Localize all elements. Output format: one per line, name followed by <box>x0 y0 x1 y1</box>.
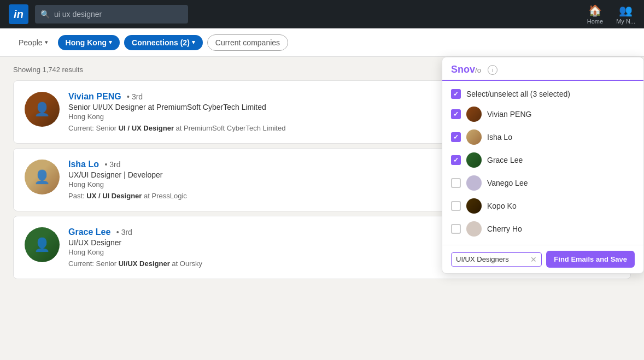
main-content: Showing 1,742 results 👤 Vivian PENG • 3r… <box>0 57 644 360</box>
clear-icon[interactable]: ✕ <box>530 255 537 264</box>
list-item-grace[interactable]: Grace Lee <box>442 149 643 172</box>
checkbox-isha[interactable] <box>451 132 461 142</box>
my-network-label: My N... <box>616 18 635 25</box>
checkbox-vivian[interactable] <box>451 109 461 119</box>
isha-degree: • 3rd <box>104 160 120 169</box>
home-icon: 🏠 <box>588 4 602 17</box>
vivian-current-bold: UI / UX Designer <box>119 124 174 132</box>
avatar-vivian: 👤 <box>25 92 60 127</box>
select-all-label: Select/unselect all (3 selected) <box>466 90 570 98</box>
isha-name[interactable]: Isha Lo <box>68 160 99 169</box>
people-filter[interactable]: People ▾ <box>13 35 54 50</box>
search-icon: 🔍 <box>40 10 50 19</box>
vivian-current-label: Current: <box>68 124 94 132</box>
home-label: Home <box>587 18 603 25</box>
snov-brand: Snov/o <box>451 64 481 75</box>
tag-input[interactable]: UI/UX Designers <box>456 255 530 263</box>
snov-brand-suffix: /o <box>475 66 481 74</box>
vivian-current-company: at PremiumSoft CyberTech Limited <box>176 124 286 132</box>
current-companies-filter[interactable]: Current companies <box>207 34 288 51</box>
grace-name[interactable]: Grace Lee <box>68 227 110 237</box>
mini-avatar-isha <box>466 129 482 145</box>
checkbox-grace[interactable] <box>451 155 461 165</box>
person-name-cherry: Cherry Ho <box>487 225 522 233</box>
tag-input-wrapper[interactable]: UI/UX Designers ✕ <box>451 252 542 267</box>
logo-text: in <box>14 8 24 21</box>
search-input[interactable]: ui ux designer <box>54 10 102 19</box>
people-chevron-icon: ▾ <box>45 39 48 46</box>
current-companies-label: Current companies <box>215 38 280 47</box>
list-item-vanego[interactable]: Vanego Lee <box>442 172 643 194</box>
person-name-vanego: Vanego Lee <box>487 179 528 187</box>
list-item-vivian[interactable]: Vivian PENG <box>442 103 643 126</box>
search-bar[interactable]: 🔍 ui ux designer <box>35 5 188 23</box>
hong-kong-filter[interactable]: Hong Kong ▾ <box>58 35 120 50</box>
mini-avatar-cherry <box>466 221 482 237</box>
list-item-isha[interactable]: Isha Lo <box>442 126 643 149</box>
avatar-grace: 👤 <box>25 227 60 262</box>
vivian-current-text: Senior <box>96 124 117 132</box>
snov-brand-name: Snov <box>451 64 475 75</box>
snov-header: Snov/o i <box>442 57 643 81</box>
checkbox-cherry[interactable] <box>451 224 461 234</box>
person-name-kopo: Kopo Ko <box>487 202 517 210</box>
mini-avatar-vanego <box>466 175 482 191</box>
mini-avatar-kopo <box>466 198 482 214</box>
isha-current-company: at PressLogic <box>144 192 187 200</box>
header: in 🔍 ui ux designer 🏠 Home 👥 My N... <box>0 0 644 28</box>
checkbox-kopo[interactable] <box>451 201 461 211</box>
isha-current-label: Past: <box>68 192 85 200</box>
info-icon[interactable]: i <box>488 65 497 75</box>
person-name-isha: Isha Lo <box>487 133 512 141</box>
grace-degree: • 3rd <box>116 228 132 237</box>
grace-current-text: Senior <box>96 259 117 268</box>
connections-filter[interactable]: Connections (2) ▾ <box>124 35 203 50</box>
list-item-cherry[interactable]: Cherry Ho <box>442 217 643 240</box>
snov-popup: Snov/o i Select/unselect all (3 selected… <box>442 57 644 274</box>
hong-kong-label: Hong Kong <box>66 38 107 47</box>
select-all-checkbox[interactable] <box>451 89 461 99</box>
list-item-kopo[interactable]: Kopo Ko <box>442 194 643 217</box>
isha-current-bold: UX / UI Designer <box>86 192 142 200</box>
people-label: People <box>19 38 43 47</box>
nav-home[interactable]: 🏠 Home <box>587 4 603 25</box>
linkedin-logo[interactable]: in <box>9 4 28 24</box>
header-nav: 🏠 Home 👥 My N... <box>587 4 635 25</box>
vivian-name[interactable]: Vivian PENG <box>68 92 121 101</box>
hong-kong-chevron-icon: ▾ <box>109 39 112 46</box>
vivian-degree: • 3rd <box>127 92 143 101</box>
checkbox-vanego[interactable] <box>451 178 461 188</box>
connections-label: Connections (2) <box>132 38 190 47</box>
nav-my-network[interactable]: 👥 My N... <box>616 4 635 25</box>
checkbox-list: Select/unselect all (3 selected) Vivian … <box>442 81 643 245</box>
network-icon: 👥 <box>619 4 633 17</box>
filter-bar: People ▾ Hong Kong ▾ Connections (2) ▾ C… <box>0 28 644 57</box>
person-name-grace: Grace Lee <box>487 156 523 164</box>
grace-current-label: Current: <box>68 259 94 268</box>
connections-chevron-icon: ▾ <box>192 39 195 46</box>
person-name-vivian: Vivian PENG <box>487 110 531 119</box>
grace-current-bold: UI/UX Designer <box>119 259 170 268</box>
grace-current-company: at Oursky <box>172 259 202 268</box>
mini-avatar-grace <box>466 152 482 168</box>
select-all-item[interactable]: Select/unselect all (3 selected) <box>442 85 643 103</box>
mini-avatar-vivian <box>466 107 482 122</box>
avatar-isha: 👤 <box>25 160 60 194</box>
find-emails-save-button[interactable]: Find Emails and Save <box>546 251 635 268</box>
snov-bottom: UI/UX Designers ✕ Find Emails and Save <box>442 245 643 273</box>
